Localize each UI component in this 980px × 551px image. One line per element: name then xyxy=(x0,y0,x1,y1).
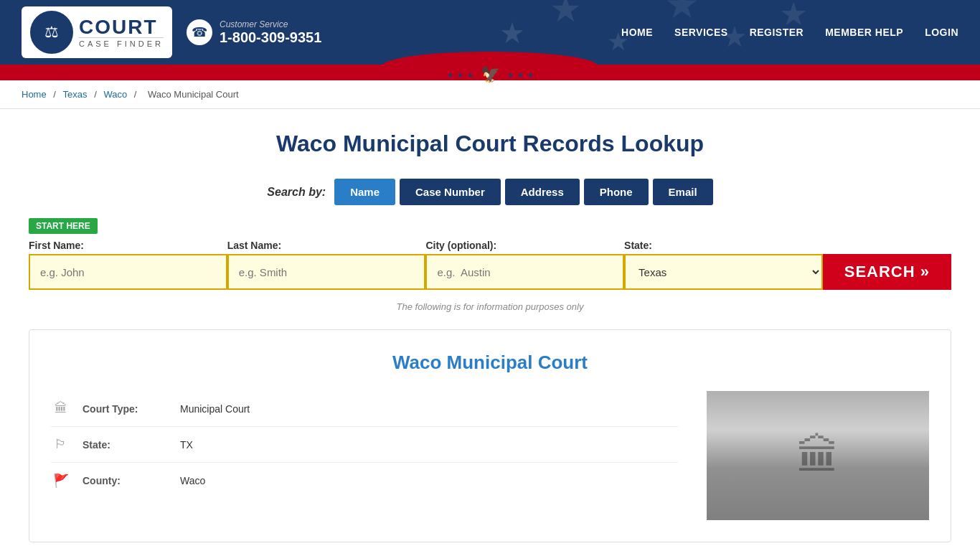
last-name-group: Last Name: xyxy=(227,240,426,290)
state-label: State: xyxy=(624,240,823,251)
city-input[interactable] xyxy=(425,254,624,290)
state-group: State: Texas California Florida New York xyxy=(624,240,823,290)
search-form: First Name: Last Name: City (optional): … xyxy=(29,240,951,290)
eagle-center: ★ ★ ★ 🦅 ★ ★ ★ xyxy=(447,65,534,84)
eagle-stars-left: ★ ★ ★ xyxy=(447,71,473,79)
main-content: Waco Municipal Court Records Lookup Sear… xyxy=(0,109,980,551)
court-details-left: 🏛 Court Type: Municipal Court 🏳 State: T… xyxy=(51,391,678,520)
court-county-label: County: xyxy=(83,475,169,486)
svg-text:★: ★ xyxy=(550,0,582,29)
nav-member-help[interactable]: MEMBER HELP xyxy=(825,27,903,38)
eagle-stars-right: ★ ★ ★ xyxy=(507,71,534,79)
court-state-icon: 🏳 xyxy=(51,437,71,452)
star-3: ★ xyxy=(467,71,473,79)
court-type-row: 🏛 Court Type: Municipal Court xyxy=(51,391,678,427)
breadcrumb-sep-1: / xyxy=(53,89,58,100)
city-group: City (optional): xyxy=(425,240,624,290)
court-state-value: TX xyxy=(180,439,193,451)
search-by-row: Search by: Name Case Number Address Phon… xyxy=(29,179,951,205)
tab-name[interactable]: Name xyxy=(334,179,395,205)
star-1: ★ xyxy=(447,71,453,79)
breadcrumb: Home / Texas / Waco / Waco Municipal Cou… xyxy=(0,80,980,109)
logo-emblem: ⚖ xyxy=(30,11,73,54)
logo-text: COURT CASE FINDER xyxy=(79,17,164,48)
header-left: ⚖ COURT CASE FINDER ☎ Customer Service 1… xyxy=(22,6,321,58)
svg-text:★: ★ xyxy=(664,0,699,27)
star-5: ★ xyxy=(517,71,524,79)
cs-number: 1-800-309-9351 xyxy=(220,29,321,46)
start-here-badge: START HERE xyxy=(29,218,98,234)
first-name-group: First Name: xyxy=(29,240,227,290)
building-image-placeholder xyxy=(707,391,929,520)
court-state-label: State: xyxy=(83,439,169,451)
court-image xyxy=(707,391,929,520)
cs-label: Customer Service xyxy=(220,19,321,29)
city-label: City (optional): xyxy=(425,240,624,251)
court-state-row: 🏳 State: TX xyxy=(51,427,678,463)
court-type-icon: 🏛 xyxy=(51,401,71,416)
tab-address[interactable]: Address xyxy=(505,179,580,205)
customer-service: ☎ Customer Service 1-800-309-9351 xyxy=(187,19,321,46)
star-2: ★ xyxy=(457,71,463,79)
court-county-row: 🚩 County: Waco xyxy=(51,463,678,499)
cs-text: Customer Service 1-800-309-9351 xyxy=(220,19,321,46)
phone-icon: ☎ xyxy=(187,19,212,45)
court-type-label: Court Type: xyxy=(83,403,169,415)
main-nav: HOME SERVICES REGISTER MEMBER HELP LOGIN xyxy=(621,27,958,38)
logo-box[interactable]: ⚖ COURT CASE FINDER xyxy=(22,6,172,58)
court-type-value: Municipal Court xyxy=(180,403,250,415)
breadcrumb-court: Waco Municipal Court xyxy=(148,89,239,100)
nav-home[interactable]: HOME xyxy=(621,27,653,38)
court-county-icon: 🚩 xyxy=(51,473,71,489)
logo-case-finder-label: CASE FINDER xyxy=(79,37,164,48)
tab-email[interactable]: Email xyxy=(653,179,713,205)
breadcrumb-city[interactable]: Waco xyxy=(103,89,127,100)
breadcrumb-home[interactable]: Home xyxy=(22,89,47,100)
nav-login[interactable]: LOGIN xyxy=(925,27,958,38)
state-select[interactable]: Texas California Florida New York xyxy=(624,254,823,290)
court-details: 🏛 Court Type: Municipal Court 🏳 State: T… xyxy=(51,391,929,520)
nav-services[interactable]: SERVICES xyxy=(674,27,728,38)
court-card: Waco Municipal Court 🏛 Court Type: Munic… xyxy=(29,329,951,542)
tab-phone[interactable]: Phone xyxy=(584,179,649,205)
last-name-label: Last Name: xyxy=(227,240,426,251)
eagle-icon: 🦅 xyxy=(481,65,500,84)
breadcrumb-sep-3: / xyxy=(134,89,139,100)
court-county-value: Waco xyxy=(180,475,205,486)
search-by-label: Search by: xyxy=(267,186,326,199)
star-6: ★ xyxy=(527,71,534,79)
svg-text:★: ★ xyxy=(499,17,525,49)
breadcrumb-sep-2: / xyxy=(94,89,99,100)
info-text: The following is for information purpose… xyxy=(29,301,951,312)
wave-banner: ★ ★ ★ 🦅 ★ ★ ★ xyxy=(0,65,980,80)
breadcrumb-state[interactable]: Texas xyxy=(63,89,88,100)
court-card-title: Waco Municipal Court xyxy=(51,352,929,374)
star-4: ★ xyxy=(507,71,514,79)
logo-court-label: COURT xyxy=(79,17,164,37)
tab-case-number[interactable]: Case Number xyxy=(400,179,501,205)
first-name-label: First Name: xyxy=(29,240,227,251)
page-title: Waco Municipal Court Records Lookup xyxy=(29,131,951,157)
last-name-input[interactable] xyxy=(227,254,426,290)
search-button[interactable]: SEARCH » xyxy=(823,254,951,290)
nav-register[interactable]: REGISTER xyxy=(750,27,804,38)
first-name-input[interactable] xyxy=(29,254,227,290)
